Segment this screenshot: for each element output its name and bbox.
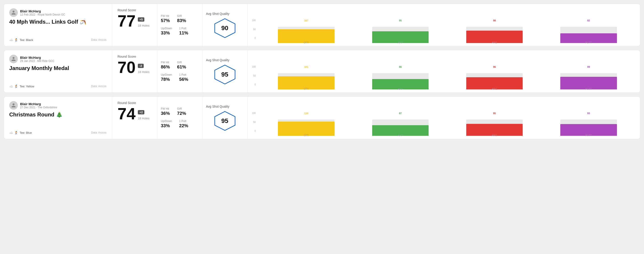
bar-group-ott: 107 OTT (259, 19, 353, 44)
user-date: 12 Feb 2022 · Royal North Devon GC (20, 13, 65, 16)
bar-x-label: APP (353, 88, 447, 90)
tee-label: Tee: Blue (20, 131, 32, 134)
data-source: Data: Arccos (91, 38, 106, 41)
tee-info: ☁️ 🏌 Tee: Blue (9, 131, 32, 134)
updown-label: Up/Down (161, 27, 172, 30)
card-score-2: Round Score 70 -2 18 Holes (112, 50, 157, 93)
quality-value: 95 (221, 117, 228, 125)
user-date: 29 Jan 2022 · Mill Ride GCC (20, 59, 54, 63)
score-label: Round Score (118, 101, 152, 105)
user-info: Blair McHarg 27 Dec 2021 · The Oxfordshi… (20, 102, 57, 109)
bar-x-label: PUTT (542, 41, 636, 44)
bar-value: 99 (587, 66, 590, 68)
tee-info: ☁️ 🏌 Tee: Yellow (9, 84, 34, 88)
quality-label: Avg Shot Quality (206, 58, 230, 62)
y-axis-label: 0 (254, 130, 256, 132)
user-name: Blair McHarg (20, 102, 57, 106)
golf-bag-icon: 🏌 (14, 131, 18, 134)
one-putt-value: 11% (179, 30, 188, 36)
bar-x-label: PUTT (542, 88, 636, 90)
score-number: 74 (118, 106, 136, 122)
card-score-3: Round Score 74 +2 18 Holes (112, 97, 157, 139)
card-bottom-row: ☁️ 🏌 Tee: Black Data: Arccos (9, 38, 106, 42)
bar-group-putt: 93 PUTT (542, 112, 636, 137)
weather-icon: ☁️ (9, 131, 13, 134)
quality-value: 90 (221, 24, 228, 32)
score-badge: -2 (138, 64, 144, 68)
score-main: 77 +5 18 Holes (118, 13, 152, 29)
score-label: Round Score (118, 55, 152, 58)
stats-row-bottom: Up/Down 33% 1 Putt 22% (161, 120, 198, 128)
one-putt-value: 56% (179, 77, 188, 82)
score-label: Round Score (118, 8, 152, 12)
updown-label: Up/Down (161, 73, 172, 76)
bar-group-ott: 101 OTT (259, 66, 353, 90)
golf-bag-icon: 🏌 (14, 38, 18, 42)
user-name: Blair McHarg (20, 56, 54, 59)
bar-value: 95 (399, 19, 402, 22)
bar-x-label: ARG (448, 88, 542, 90)
one-putt-value: 22% (179, 123, 188, 128)
round-card-3: Blair McHarg 27 Dec 2021 · The Oxfordshi… (4, 96, 640, 139)
y-axis-label: 0 (254, 37, 256, 39)
bar-value: 107 (304, 19, 308, 22)
score-badge: +5 (138, 17, 144, 22)
stat-fw-hit: FW Hit 86% (161, 61, 170, 70)
stat-one-putt: 1 Putt 11% (179, 27, 188, 36)
quality-label: Avg Shot Quality (206, 12, 230, 15)
hexagon: 90 (214, 18, 236, 38)
gir-value: 83% (177, 18, 186, 23)
bar-group-app: 86 APP (353, 66, 447, 90)
bar-x-label: ARG (448, 134, 542, 137)
bar-x-label: ARG (448, 41, 542, 44)
user-info: Blair McHarg 12 Feb 2022 · Royal North D… (20, 9, 65, 16)
card-left-2: Blair McHarg 29 Jan 2022 · Mill Ride GCC… (4, 50, 112, 93)
bar-value: 86 (399, 66, 402, 68)
stat-one-putt: 1 Putt 22% (179, 120, 188, 128)
bar-x-label: APP (353, 41, 447, 44)
bar-value: 95 (493, 112, 496, 115)
card-left-3: Blair McHarg 27 Dec 2021 · The Oxfordshi… (4, 97, 112, 139)
bar-x-label: OTT (259, 41, 353, 44)
card-quality-1: Avg Shot Quality 90 (202, 4, 248, 46)
bar-group-putt: 82 PUTT (542, 19, 636, 44)
bar-group-arg: 96 ARG (448, 66, 542, 90)
fw-hit-label: FW Hit (161, 107, 170, 110)
score-holes: 18 Holes (138, 117, 149, 120)
fw-hit-value: 36% (161, 111, 170, 116)
weather-icon: ☁️ (9, 84, 13, 88)
bar-group-app: 87 APP (353, 112, 447, 137)
y-axis-label: 50 (253, 121, 256, 124)
weather-icon: ☁️ (9, 38, 13, 42)
round-title: Christmas Round 🎄 (9, 112, 106, 118)
gir-value: 61% (177, 64, 186, 70)
avatar (9, 8, 18, 17)
bar-group-arg: 95 ARG (448, 112, 542, 137)
bar-value: 82 (587, 19, 590, 22)
hexagon: 95 (214, 65, 236, 84)
data-source: Data: Arccos (91, 131, 106, 134)
bar-x-label: OTT (259, 88, 353, 90)
stat-fw-hit: FW Hit 57% (161, 14, 170, 23)
score-main: 74 +2 18 Holes (118, 106, 152, 122)
gir-label: GIR (177, 61, 186, 64)
stats-row-bottom: Up/Down 33% 1 Putt 11% (161, 27, 198, 36)
updown-value: 33% (161, 123, 172, 128)
stat-updown: Up/Down 33% (161, 27, 172, 36)
bar-group-app: 95 APP (353, 19, 447, 44)
gir-label: GIR (177, 14, 186, 17)
user-info: Blair McHarg 29 Jan 2022 · Mill Ride GCC (20, 56, 54, 63)
stats-row-top: FW Hit 36% GIR 72% (161, 107, 198, 116)
fw-hit-value: 57% (161, 18, 170, 23)
card-stats-2: FW Hit 86% GIR 61% Up/Down 78% 1 Putt 56… (157, 50, 202, 93)
user-date: 27 Dec 2021 · The Oxfordshire (20, 106, 57, 109)
y-axis-label: 0 (254, 83, 256, 86)
card-bottom-row: ☁️ 🏌 Tee: Blue Data: Arccos (9, 131, 106, 134)
quality-value: 95 (221, 71, 228, 78)
stats-row-bottom: Up/Down 78% 1 Putt 56% (161, 73, 198, 82)
updown-label: Up/Down (161, 120, 172, 123)
y-axis-label: 50 (253, 75, 256, 77)
stat-updown: Up/Down 33% (161, 120, 172, 128)
stat-gir: GIR 61% (177, 61, 186, 70)
score-number: 77 (118, 13, 136, 29)
